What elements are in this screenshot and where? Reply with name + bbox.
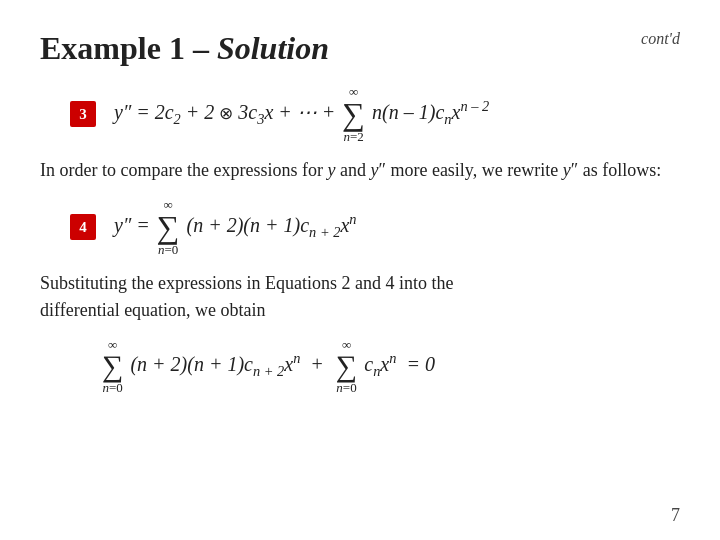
paragraph-2: Substituting the expressions in Equation… bbox=[40, 270, 680, 324]
equation-4-row: 4 y″ = ∞ ∑ n=0 (n + 2)(n + 1)cn + 2xn bbox=[70, 198, 680, 256]
page-number: 7 bbox=[671, 505, 680, 526]
eq3-number: 3 bbox=[70, 101, 96, 127]
slide-title: Example 1 – Solution bbox=[40, 30, 680, 67]
eq4-sigma: ∞ ∑ n=0 bbox=[157, 198, 180, 256]
final-sigma2: ∞ ∑ n=0 bbox=[336, 338, 357, 394]
title-solution: Solution bbox=[217, 30, 329, 66]
final-sigma1: ∞ ∑ n=0 bbox=[102, 338, 123, 394]
slide: Example 1 – Solution cont'd 3 y″ = 2c2 +… bbox=[0, 0, 720, 540]
final-eq-math: ∞ ∑ n=0 (n + 2)(n + 1)cn + 2xn + ∞ ∑ n=0… bbox=[100, 353, 435, 375]
title-example: Example 1 – bbox=[40, 30, 217, 66]
paragraph-1: In order to compare the expressions for … bbox=[40, 157, 680, 184]
eq3-math: y″ = 2c2 + 2 ⊗ 3c3x + ⋯ + ∞ ∑ n=2 n(n – … bbox=[114, 101, 489, 123]
contd-label: cont'd bbox=[641, 30, 680, 48]
eq3-sigma: ∞ ∑ n=2 bbox=[342, 85, 365, 143]
eq3-content: y″ = 2c2 + 2 ⊗ 3c3x + ⋯ + ∞ ∑ n=2 n(n – … bbox=[114, 85, 489, 143]
eq4-math: y″ = ∞ ∑ n=0 (n + 2)(n + 1)cn + 2xn bbox=[114, 214, 356, 236]
into-the-text: into the bbox=[399, 273, 454, 293]
final-equation-row: ∞ ∑ n=0 (n + 2)(n + 1)cn + 2xn + ∞ ∑ n=0… bbox=[100, 338, 680, 394]
eq4-number: 4 bbox=[70, 214, 96, 240]
equation-3-row: 3 y″ = 2c2 + 2 ⊗ 3c3x + ⋯ + ∞ ∑ n=2 n(n … bbox=[70, 85, 680, 143]
eq4-content: y″ = ∞ ∑ n=0 (n + 2)(n + 1)cn + 2xn bbox=[114, 198, 356, 256]
